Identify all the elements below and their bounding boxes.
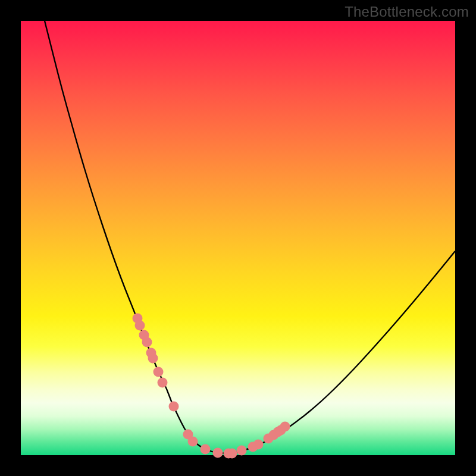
highlight-dot <box>280 422 290 432</box>
highlight-dot <box>154 367 164 377</box>
highlight-dot <box>253 440 264 450</box>
watermark-text: TheBottleneck.com <box>345 4 469 20</box>
highlight-dot <box>148 353 158 364</box>
highlight-dots <box>133 314 290 459</box>
highlight-dot <box>135 321 145 331</box>
curve-svg <box>21 21 455 455</box>
highlight-dot <box>158 378 168 388</box>
chart-frame: TheBottleneck.com <box>0 0 476 476</box>
highlight-dot <box>169 402 179 412</box>
highlight-dot <box>201 444 211 455</box>
highlight-dot <box>142 337 152 347</box>
plot-area <box>21 21 455 455</box>
highlight-dot <box>227 449 237 459</box>
highlight-dot <box>213 448 223 458</box>
bottleneck-curve <box>45 21 455 453</box>
highlight-dot <box>188 437 198 447</box>
highlight-dot <box>237 446 247 456</box>
